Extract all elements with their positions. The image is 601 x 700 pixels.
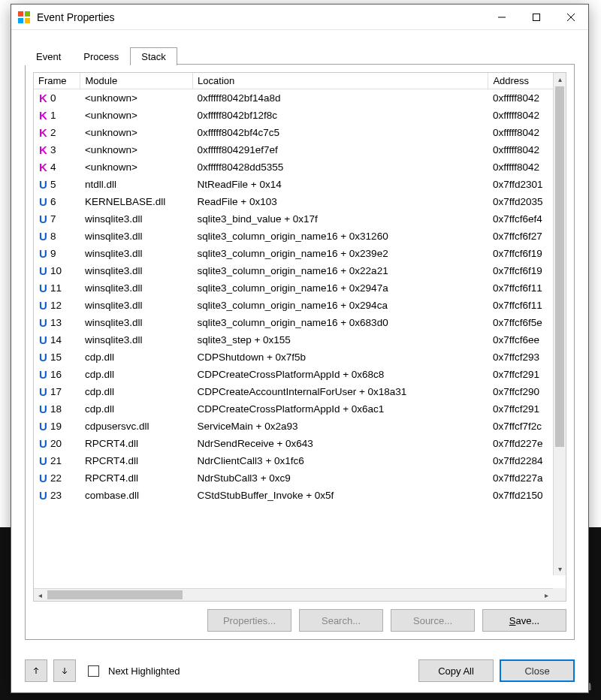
frame-number: 7 bbox=[50, 213, 56, 225]
tab-event[interactable]: Event bbox=[25, 47, 72, 65]
location-cell: sqlite3_bind_value + 0x17f bbox=[193, 210, 488, 228]
next-highlighted-checkbox[interactable] bbox=[88, 665, 99, 677]
kernel-mode-icon: K bbox=[38, 126, 48, 139]
user-mode-icon: U bbox=[38, 385, 48, 398]
location-cell: sqlite3_column_origin_name16 + 0x294ca bbox=[193, 297, 488, 314]
close-window-button[interactable] bbox=[554, 5, 588, 29]
table-row[interactable]: U17cdp.dllCDPCreateAccountInternalForUse… bbox=[34, 383, 566, 400]
table-row[interactable]: U9winsqlite3.dllsqlite3_column_origin_na… bbox=[34, 245, 566, 262]
table-row[interactable]: U22RPCRT4.dllNdrStubCall3 + 0xc90x7ffd22… bbox=[34, 469, 566, 487]
location-cell: 0xfffff80428dd5355 bbox=[193, 158, 488, 176]
svg-rect-5 bbox=[533, 14, 540, 20]
user-mode-icon: U bbox=[38, 195, 48, 208]
table-row[interactable]: K2<unknown>0xfffff8042bf4c7c50xfffff8042 bbox=[34, 124, 566, 141]
frame-number: 4 bbox=[50, 161, 56, 173]
titlebar[interactable]: Event Properties bbox=[11, 5, 588, 30]
minimize-button[interactable] bbox=[485, 5, 519, 29]
frame-number: 17 bbox=[50, 386, 62, 397]
table-row[interactable]: U16cdp.dllCDPCreateCrossPlatformAppId + … bbox=[34, 366, 566, 383]
hscroll-thumb[interactable] bbox=[47, 590, 183, 599]
module-cell: RPCRT4.dll bbox=[80, 452, 193, 469]
vertical-scrollbar[interactable]: ▴ ▾ bbox=[553, 73, 566, 575]
frame-number: 19 bbox=[50, 421, 62, 432]
location-cell: ReadFile + 0x103 bbox=[193, 193, 488, 210]
user-mode-icon: U bbox=[38, 472, 48, 484]
horizontal-scrollbar[interactable]: ◂ ▸ bbox=[34, 588, 553, 601]
module-cell: RPCRT4.dll bbox=[80, 435, 193, 452]
scroll-left-icon[interactable]: ◂ bbox=[34, 589, 47, 601]
user-mode-icon: U bbox=[38, 420, 48, 433]
frame-number: 9 bbox=[50, 248, 56, 259]
kernel-mode-icon: K bbox=[38, 92, 48, 104]
table-row[interactable]: U21RPCRT4.dllNdrClientCall3 + 0x1fc60x7f… bbox=[34, 452, 566, 469]
user-mode-icon: U bbox=[38, 247, 48, 260]
location-cell: ServiceMain + 0x2a93 bbox=[193, 418, 488, 435]
table-row[interactable]: U7winsqlite3.dllsqlite3_bind_value + 0x1… bbox=[34, 210, 566, 228]
table-row[interactable]: K4<unknown>0xfffff80428dd53550xfffff8042 bbox=[34, 158, 566, 176]
frame-number: 14 bbox=[50, 334, 62, 345]
close-button[interactable]: Close bbox=[500, 659, 575, 682]
table-row[interactable]: U12winsqlite3.dllsqlite3_column_origin_n… bbox=[34, 297, 566, 314]
module-cell: combase.dll bbox=[80, 487, 193, 504]
location-cell: sqlite3_step + 0x155 bbox=[193, 331, 488, 348]
table-row[interactable]: U15cdp.dllCDPShutdown + 0x7f5b0x7ffcf293 bbox=[34, 348, 566, 366]
table-row[interactable]: U10winsqlite3.dllsqlite3_column_origin_n… bbox=[34, 262, 566, 279]
table-row[interactable]: K3<unknown>0xfffff804291ef7ef0xfffff8042 bbox=[34, 141, 566, 158]
scroll-corner bbox=[553, 588, 566, 601]
location-cell: sqlite3_column_origin_name16 + 0x2947a bbox=[193, 279, 488, 297]
module-cell: winsqlite3.dll bbox=[80, 279, 193, 297]
kernel-mode-icon: K bbox=[38, 143, 48, 156]
col-header-location[interactable]: Location bbox=[193, 73, 488, 89]
table-row[interactable]: U11winsqlite3.dllsqlite3_column_origin_n… bbox=[34, 279, 566, 297]
col-header-module[interactable]: Module bbox=[80, 73, 193, 89]
user-mode-icon: U bbox=[38, 178, 48, 191]
save-button[interactable]: Save... bbox=[482, 609, 566, 632]
module-cell: <unknown> bbox=[80, 124, 193, 141]
next-highlighted-label: Next Highlighted bbox=[108, 665, 180, 677]
scroll-down-icon[interactable]: ▾ bbox=[554, 563, 566, 575]
table-row[interactable]: U8winsqlite3.dllsqlite3_column_origin_na… bbox=[34, 228, 566, 245]
table-row[interactable]: K0<unknown>0xfffff8042bf14a8d0xfffff8042 bbox=[34, 89, 566, 107]
frame-number: 2 bbox=[50, 127, 56, 138]
table-row[interactable]: U6KERNELBASE.dllReadFile + 0x1030x7ffd20… bbox=[34, 193, 566, 210]
table-row[interactable]: K1<unknown>0xfffff8042bf12f8c0xfffff8042 bbox=[34, 107, 566, 124]
location-cell: sqlite3_column_origin_name16 + 0x239e2 bbox=[193, 245, 488, 262]
table-row[interactable]: U18cdp.dllCDPCreateCrossPlatformAppId + … bbox=[34, 400, 566, 418]
next-event-button[interactable] bbox=[53, 659, 76, 682]
window-title: Event Properties bbox=[37, 11, 115, 23]
maximize-button[interactable] bbox=[519, 5, 554, 29]
module-cell: cdp.dll bbox=[80, 366, 193, 383]
location-cell: NdrClientCall3 + 0x1fc6 bbox=[193, 452, 488, 469]
scroll-right-icon[interactable]: ▸ bbox=[540, 589, 553, 601]
module-cell: cdpusersvc.dll bbox=[80, 418, 193, 435]
table-row[interactable]: U19cdpusersvc.dllServiceMain + 0x2a930x7… bbox=[34, 418, 566, 435]
location-cell: sqlite3_column_origin_name16 + 0x22a21 bbox=[193, 262, 488, 279]
prev-event-button[interactable] bbox=[25, 659, 47, 682]
module-cell: <unknown> bbox=[80, 158, 193, 176]
event-properties-window: Event Properties Event Process Stack bbox=[11, 4, 589, 693]
location-cell: CStdStubBuffer_Invoke + 0x5f bbox=[193, 487, 488, 504]
user-mode-icon: U bbox=[38, 489, 48, 502]
copy-all-button[interactable]: Copy All bbox=[418, 659, 494, 682]
scroll-up-icon[interactable]: ▴ bbox=[554, 73, 566, 86]
table-row[interactable]: U14winsqlite3.dllsqlite3_step + 0x1550x7… bbox=[34, 331, 566, 348]
scroll-thumb[interactable] bbox=[555, 86, 564, 447]
module-cell: winsqlite3.dll bbox=[80, 210, 193, 228]
col-header-frame[interactable]: Frame bbox=[34, 73, 80, 89]
frame-number: 15 bbox=[50, 352, 62, 363]
search-button: Search... bbox=[299, 609, 383, 632]
table-row[interactable]: U20RPCRT4.dllNdrSendReceive + 0x6430x7ff… bbox=[34, 435, 566, 452]
svg-rect-1 bbox=[25, 11, 30, 17]
user-mode-icon: U bbox=[38, 299, 48, 312]
stack-list[interactable]: Frame Module Location Address K0<unknown… bbox=[33, 72, 566, 602]
location-cell: CDPCreateAccountInternalForUser + 0x18a3… bbox=[193, 383, 488, 400]
module-cell: winsqlite3.dll bbox=[80, 331, 193, 348]
user-mode-icon: U bbox=[38, 454, 48, 467]
table-row[interactable]: U13winsqlite3.dllsqlite3_column_origin_n… bbox=[34, 314, 566, 331]
tab-process[interactable]: Process bbox=[72, 47, 130, 65]
table-row[interactable]: U5ntdll.dllNtReadFile + 0x140x7ffd2301 bbox=[34, 176, 566, 193]
table-row[interactable]: U23combase.dllCStdStubBuffer_Invoke + 0x… bbox=[34, 487, 566, 504]
frame-number: 10 bbox=[50, 265, 62, 276]
kernel-mode-icon: K bbox=[38, 161, 48, 173]
tab-stack[interactable]: Stack bbox=[130, 47, 177, 65]
